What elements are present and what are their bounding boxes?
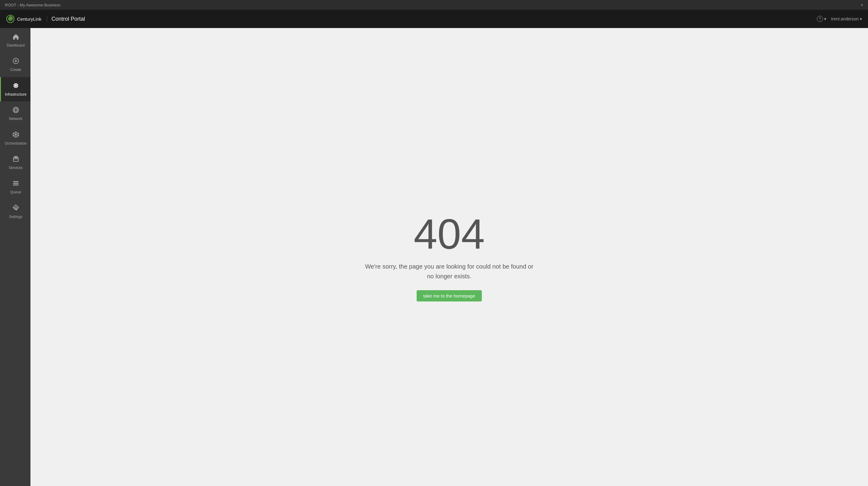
header-title: Control Portal: [47, 16, 85, 22]
sidebar-item-label-infrastructure: Infrastructure: [5, 92, 27, 97]
cpu-icon: [12, 82, 20, 91]
sidebar: Dashboard Create: [0, 28, 30, 486]
sidebar-item-queue[interactable]: Queue: [0, 175, 30, 199]
sidebar-item-network[interactable]: Network: [0, 101, 30, 126]
user-menu-button[interactable]: trent.anderson ▾: [831, 17, 862, 21]
user-chevron: ▾: [860, 17, 862, 21]
sidebar-item-services[interactable]: Services: [0, 151, 30, 175]
header: CenturyLink Control Portal ? ▾ trent.and…: [0, 10, 868, 28]
plus-circle-icon: [12, 57, 20, 66]
globe-icon: [12, 106, 20, 115]
header-right: ? ▾ trent.anderson ▾: [817, 16, 862, 22]
error-message: We're sorry, the page you are looking fo…: [364, 262, 534, 281]
sidebar-item-label-orchestration: Orchestration: [5, 141, 27, 145]
svg-point-38: [15, 207, 17, 209]
sidebar-item-label-queue: Queue: [10, 190, 21, 194]
header-left: CenturyLink Control Portal: [6, 14, 85, 23]
sidebar-item-label-create: Create: [10, 68, 21, 72]
top-bar-chevron: ▾: [861, 3, 863, 7]
logo-text: CenturyLink: [17, 17, 41, 22]
main-layout: Dashboard Create: [0, 28, 868, 486]
logo[interactable]: CenturyLink: [6, 14, 41, 23]
sidebar-item-infrastructure[interactable]: Infrastructure: [0, 77, 30, 101]
home-icon: [12, 33, 20, 41]
queue-icon: [12, 180, 20, 188]
sidebar-item-label-settings: Settings: [9, 215, 22, 219]
sidebar-item-orchestration[interactable]: Orchestration: [0, 126, 30, 151]
sidebar-item-label-dashboard: Dashboard: [7, 43, 25, 47]
help-chevron: ▾: [824, 17, 826, 21]
content-area: 404 We're sorry, the page you are lookin…: [30, 28, 868, 486]
svg-rect-37: [13, 185, 19, 186]
sidebar-item-dashboard[interactable]: Dashboard: [0, 28, 30, 53]
svg-rect-31: [13, 158, 18, 161]
top-bar: ROOT - My Awesome Business ▾: [0, 0, 868, 10]
flow-icon: [12, 131, 20, 139]
gear-icon: [12, 204, 20, 213]
user-label: trent.anderson: [831, 17, 859, 21]
svg-rect-35: [13, 181, 19, 182]
svg-point-24: [15, 134, 17, 135]
error-page: 404 We're sorry, the page you are lookin…: [352, 201, 547, 314]
sidebar-item-settings[interactable]: Settings: [0, 199, 30, 224]
error-code: 404: [413, 213, 485, 256]
centurylink-logo-icon: [6, 14, 14, 23]
sidebar-item-label-network: Network: [9, 117, 22, 121]
svg-rect-36: [13, 183, 19, 184]
sidebar-item-label-services: Services: [8, 166, 23, 170]
help-icon: ?: [817, 16, 823, 22]
sidebar-item-create[interactable]: Create: [0, 53, 30, 77]
svg-rect-5: [15, 85, 17, 87]
homepage-button[interactable]: take me to the homepage: [416, 290, 482, 301]
box-icon: [12, 155, 20, 164]
help-button[interactable]: ? ▾: [817, 16, 826, 22]
top-bar-title: ROOT - My Awesome Business: [5, 3, 60, 7]
top-bar-right: ▾: [859, 3, 863, 7]
